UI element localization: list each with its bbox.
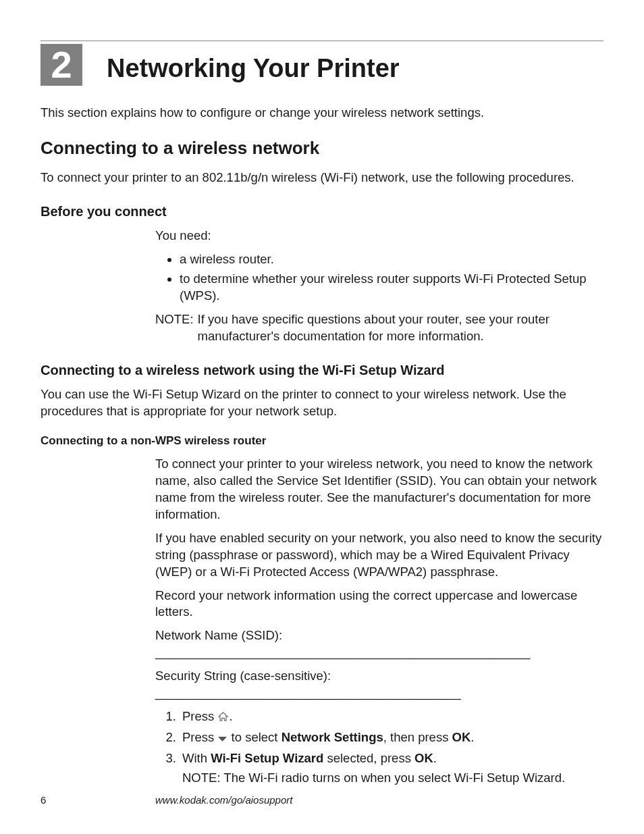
step2-mid2: , then press: [383, 730, 452, 744]
nonwps-p2: If you have enabled security on your net…: [155, 530, 603, 581]
down-arrow-icon: [217, 731, 227, 748]
page-footer: 6 www.kodak.com/go/aiosupport: [41, 794, 603, 806]
document-page: 2 Networking Your Printer This section e…: [0, 0, 644, 834]
step3-bold1: Wi-Fi Setup Wizard: [211, 751, 323, 765]
chapter-header: 2 Networking Your Printer: [41, 41, 603, 86]
security-line: Security String (case-sensitive): ______…: [155, 668, 603, 702]
step3-prefix: With: [182, 751, 211, 765]
chapter-title: Networking Your Printer: [107, 54, 400, 86]
step2-mid: to select: [227, 730, 281, 744]
page-number: 6: [41, 794, 155, 806]
nonwps-p3: Record your network information using th…: [155, 588, 603, 621]
chapter-number-box: 2: [41, 44, 82, 86]
step2-bold2: OK: [452, 730, 471, 744]
step1-suffix: .: [229, 709, 232, 723]
step-1: Press .: [180, 708, 603, 727]
step-2: Press to select Network Settings, then p…: [180, 729, 603, 748]
step2-bold1: Network Settings: [281, 730, 383, 744]
home-icon: [217, 710, 229, 727]
before-note: NOTE: If you have specific questions abo…: [155, 311, 603, 345]
before-bullets: a wireless router. to determine whether …: [155, 251, 603, 305]
step2-suffix: .: [471, 730, 474, 744]
step2-prefix: Press: [182, 730, 217, 744]
step3-mid: selected, press: [323, 751, 414, 765]
steps-list: Press . Press to select Network Settings…: [155, 708, 603, 767]
before-connect-body: You need: a wireless router. to determin…: [155, 228, 603, 345]
subsubsection-title-nonwps: Connecting to a non-WPS wireless router: [41, 434, 603, 449]
note-text: If you have specific questions about you…: [198, 311, 603, 345]
ssid-line: Network Name (SSID): ___________________…: [155, 627, 603, 661]
chapter-intro: This section explains how to configure o…: [41, 105, 603, 122]
section-intro: To connect your printer to an 802.11b/g/…: [41, 170, 603, 186]
step-note: NOTE: The Wi-Fi radio turns on when you …: [182, 770, 603, 787]
footer-url: www.kodak.com/go/aiosupport: [155, 794, 292, 806]
section-title-connecting: Connecting to a wireless network: [41, 136, 603, 160]
chapter-number: 2: [51, 46, 72, 84]
subsection-title-before-connect: Before you connect: [41, 203, 603, 221]
bullet-item: to determine whether your wireless route…: [180, 271, 603, 305]
step-3: With Wi-Fi Setup Wizard selected, press …: [180, 750, 603, 767]
step3-bold2: OK: [414, 751, 433, 765]
before-lead: You need:: [155, 228, 603, 244]
step1-prefix: Press: [182, 709, 217, 723]
body: This section explains how to configure o…: [41, 105, 603, 787]
wizard-intro: You can use the Wi-Fi Setup Wizard on th…: [41, 386, 603, 420]
note-label: NOTE:: [155, 311, 198, 345]
subsection-title-wifi-wizard: Connecting to a wireless network using t…: [41, 361, 603, 380]
nonwps-body: To connect your printer to your wireless…: [155, 456, 603, 787]
nonwps-p1: To connect your printer to your wireless…: [155, 456, 603, 523]
step3-suffix: .: [433, 751, 437, 765]
bullet-item: a wireless router.: [180, 251, 603, 268]
